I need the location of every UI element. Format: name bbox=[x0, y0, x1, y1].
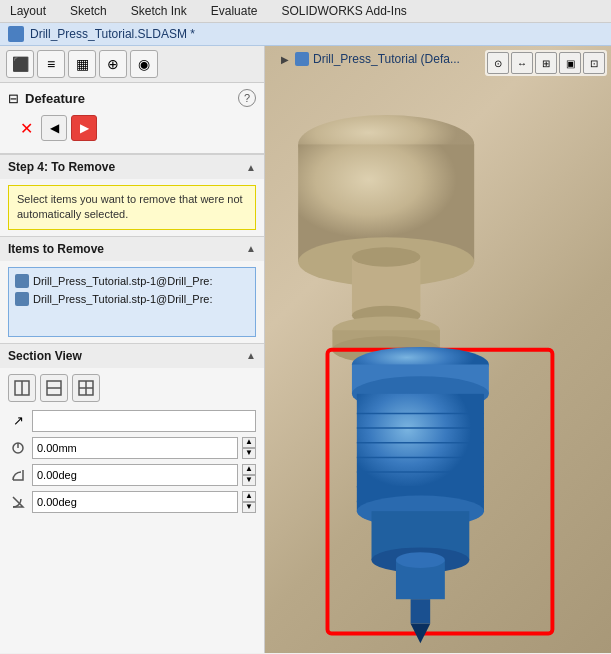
deg1-up-button[interactable]: ▲ bbox=[242, 464, 256, 475]
nav-buttons: ✕ ◀ ▶ bbox=[8, 113, 256, 147]
deg1-down-button[interactable]: ▼ bbox=[242, 475, 256, 486]
menu-evaluate[interactable]: Evaluate bbox=[205, 2, 264, 20]
arrow-field-row: ↗ bbox=[8, 410, 256, 432]
menu-layout[interactable]: Layout bbox=[4, 2, 52, 20]
item-2-label: Drill_Press_Tutorial.stp-1@Drill_Pre: bbox=[33, 293, 212, 305]
content-area: ⬛ ≡ ▦ ⊕ ◉ ⊟ Defeature ? ✕ ◀ ▶ bbox=[0, 46, 611, 653]
assembly-icon bbox=[8, 26, 24, 42]
deg1-input[interactable]: 0.00deg bbox=[32, 464, 238, 486]
expand-icon: ▶ bbox=[281, 54, 289, 65]
tree-item: ▶ Drill_Press_Tutorial (Defa... bbox=[281, 52, 460, 66]
filename-label: Drill_Press_Tutorial.SLDASM * bbox=[30, 27, 195, 41]
render-button[interactable]: ◉ bbox=[130, 50, 158, 78]
help-button[interactable]: ? bbox=[238, 89, 256, 107]
step4-section: Step 4: To Remove ▲ Select items you wan… bbox=[0, 154, 264, 236]
list-item: Drill_Press_Tutorial.stp-1@Drill_Pre: bbox=[13, 290, 251, 308]
title-bar: Drill_Press_Tutorial.SLDASM * bbox=[0, 23, 611, 46]
part-icon-1 bbox=[15, 274, 29, 288]
right-panel: ⊙ ↔ ⊞ ▣ ⊡ ▶ Drill_Press_Tutorial (Defa..… bbox=[265, 46, 611, 653]
view-btn-1[interactable]: ⊙ bbox=[487, 52, 509, 74]
view-toolbar: ⊙ ↔ ⊞ ▣ ⊡ bbox=[485, 50, 607, 76]
view-btn-2[interactable]: ↔ bbox=[511, 52, 533, 74]
mm-spinner[interactable]: ▲ ▼ bbox=[242, 437, 256, 459]
close-button[interactable]: ✕ bbox=[16, 117, 37, 140]
list-view-button[interactable]: ≡ bbox=[37, 50, 65, 78]
mm-up-button[interactable]: ▲ bbox=[242, 437, 256, 448]
items-chevron-icon: ▲ bbox=[246, 243, 256, 254]
sv-buttons bbox=[8, 374, 256, 402]
3d-model-svg bbox=[265, 76, 611, 653]
tree-icon bbox=[295, 52, 309, 66]
toolbar: ⬛ ≡ ▦ ⊕ ◉ bbox=[0, 46, 264, 83]
view-btn-4[interactable]: ▣ bbox=[559, 52, 581, 74]
tree-label: Drill_Press_Tutorial (Defa... bbox=[313, 52, 460, 66]
deg1-field-row: 0.00deg ▲ ▼ bbox=[8, 464, 256, 486]
sv-button-3[interactable] bbox=[72, 374, 100, 402]
list-item: Drill_Press_Tutorial.stp-1@Drill_Pre: bbox=[13, 272, 251, 290]
step4-info: Select items you want to remove that wer… bbox=[8, 185, 256, 230]
menu-sketch[interactable]: Sketch bbox=[64, 2, 113, 20]
feature-title: Defeature bbox=[25, 91, 232, 106]
forward-button[interactable]: ▶ bbox=[71, 115, 97, 141]
item-1-label: Drill_Press_Tutorial.stp-1@Drill_Pre: bbox=[33, 275, 212, 287]
svg-rect-35 bbox=[411, 599, 431, 623]
deg2-field-row: 0.00deg ▲ ▼ bbox=[8, 491, 256, 513]
svg-rect-22 bbox=[357, 394, 484, 511]
target-button[interactable]: ⊕ bbox=[99, 50, 127, 78]
deg2-down-button[interactable]: ▼ bbox=[242, 502, 256, 513]
sv-button-2[interactable] bbox=[40, 374, 68, 402]
sv-button-1[interactable] bbox=[8, 374, 36, 402]
back-button[interactable]: ◀ bbox=[41, 115, 67, 141]
step4-chevron-icon: ▲ bbox=[246, 162, 256, 173]
view-btn-5[interactable]: ⊡ bbox=[583, 52, 605, 74]
svg-point-13 bbox=[352, 247, 420, 267]
feature-header: ⊟ Defeature ? bbox=[8, 89, 256, 107]
deg2-up-button[interactable]: ▲ bbox=[242, 491, 256, 502]
part-icon-2 bbox=[15, 292, 29, 306]
items-header[interactable]: Items to Remove ▲ bbox=[0, 237, 264, 261]
items-list[interactable]: Drill_Press_Tutorial.stp-1@Drill_Pre: Dr… bbox=[8, 267, 256, 337]
left-panel: ⬛ ≡ ▦ ⊕ ◉ ⊟ Defeature ? ✕ ◀ ▶ bbox=[0, 46, 265, 653]
feature-tree-button[interactable]: ▦ bbox=[68, 50, 96, 78]
view-btn-3[interactable]: ⊞ bbox=[535, 52, 557, 74]
svg-point-34 bbox=[396, 552, 445, 568]
cube-view-button[interactable]: ⬛ bbox=[6, 50, 34, 78]
deg1-spinner[interactable]: ▲ ▼ bbox=[242, 464, 256, 486]
items-section: Items to Remove ▲ Drill_Press_Tutorial.s… bbox=[0, 236, 264, 343]
menu-sketch-ink[interactable]: Sketch Ink bbox=[125, 2, 193, 20]
arrow-input[interactable] bbox=[32, 410, 256, 432]
section-view-title: Section View bbox=[8, 349, 82, 363]
mm-down-button[interactable]: ▼ bbox=[242, 448, 256, 459]
deg2-spinner[interactable]: ▲ ▼ bbox=[242, 491, 256, 513]
section-view: Section View ▲ bbox=[0, 343, 264, 524]
mm-field-row: 0.00mm ▲ ▼ bbox=[8, 437, 256, 459]
angle2-icon bbox=[8, 492, 28, 512]
menubar: Layout Sketch Sketch Ink Evaluate SOLIDW… bbox=[0, 0, 611, 23]
step4-title: Step 4: To Remove bbox=[8, 160, 115, 174]
angle1-icon bbox=[8, 465, 28, 485]
items-title: Items to Remove bbox=[8, 242, 104, 256]
section-view-content: ↗ 0.00mm ▲ ▼ bbox=[0, 368, 264, 524]
deg2-input[interactable]: 0.00deg bbox=[32, 491, 238, 513]
menu-addins[interactable]: SOLIDWORKS Add-Ins bbox=[275, 2, 412, 20]
dimension-icon bbox=[8, 438, 28, 458]
section-view-chevron-icon: ▲ bbox=[246, 350, 256, 361]
arrow-icon: ↗ bbox=[8, 411, 28, 431]
feature-panel: ⊟ Defeature ? ✕ ◀ ▶ bbox=[0, 83, 264, 154]
section-view-header[interactable]: Section View ▲ bbox=[0, 344, 264, 368]
main-container: Drill_Press_Tutorial.SLDASM * ⬛ ≡ ▦ ⊕ ◉ … bbox=[0, 23, 611, 653]
step4-header[interactable]: Step 4: To Remove ▲ bbox=[0, 155, 264, 179]
mm-input[interactable]: 0.00mm bbox=[32, 437, 238, 459]
